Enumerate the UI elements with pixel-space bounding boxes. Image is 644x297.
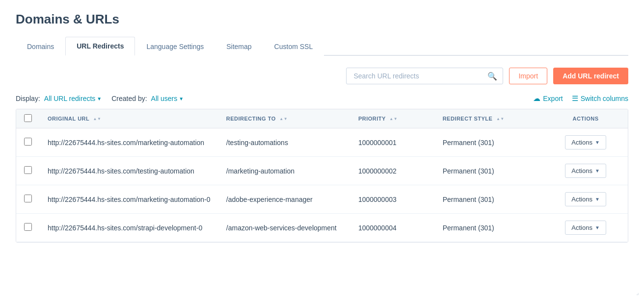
original-url-cell: http://22675444.hs-sites.com/testing-aut… [40, 157, 218, 185]
actions-button-0[interactable]: Actions ▼ [565, 135, 606, 149]
original-url-cell: http://22675444.hs-sites.com/marketing-a… [40, 185, 218, 214]
actions-chevron-3: ▼ [595, 225, 600, 230]
filter-row: Display: All URL redirects ▼ Created by:… [16, 94, 628, 103]
col-header-redirecting-to[interactable]: Redirecting To ▲▼ [218, 109, 350, 128]
created-by-value: All users [151, 95, 178, 102]
add-url-redirect-button[interactable]: Add URL redirect [553, 68, 628, 84]
row-checkbox-cell [16, 185, 40, 214]
col-header-priority[interactable]: Priority ▲▼ [350, 109, 435, 128]
redirect-style-cell: Permanent (301) [435, 185, 543, 214]
page-title: Domains & URLs [16, 12, 628, 27]
import-button[interactable]: Import [509, 68, 547, 84]
redirecting-to-cell: /marketing-automation [218, 157, 350, 185]
export-label: Export [543, 95, 563, 102]
display-filter-dropdown[interactable]: All URL redirects ▼ [44, 95, 102, 102]
sort-priority[interactable]: ▲▼ [389, 117, 398, 121]
redirecting-to-cell: /amazon-web-services-development [218, 214, 350, 242]
search-input[interactable] [346, 68, 503, 84]
search-wrapper: 🔍 [346, 68, 503, 84]
display-filter-value: All URL redirects [44, 95, 96, 102]
actions-chevron-1: ▼ [595, 168, 600, 173]
actions-button-2[interactable]: Actions ▼ [565, 192, 606, 206]
export-icon: ☁ [533, 94, 540, 103]
priority-cell: 1000000001 [350, 128, 435, 157]
col-priority-label: Priority [358, 116, 386, 122]
table-row: http://22675444.hs-sites.com/testing-aut… [16, 157, 628, 185]
created-label: Created by: [111, 95, 147, 102]
top-actions-row: 🔍 Import Add URL redirect [16, 68, 628, 84]
col-actions-label: Actions [573, 116, 599, 122]
display-label: Display: [16, 95, 40, 102]
sort-original-url[interactable]: ▲▼ [93, 117, 102, 121]
col-header-actions: Actions [543, 109, 628, 128]
switch-columns-button[interactable]: ☰ Switch columns [572, 94, 628, 103]
col-redirect-style-label: Redirect Style [443, 116, 493, 122]
sort-redirect-style[interactable]: ▲▼ [496, 117, 505, 121]
columns-icon: ☰ [572, 94, 578, 103]
export-button[interactable]: ☁ Export [533, 94, 563, 103]
priority-cell: 1000000004 [350, 214, 435, 242]
tab-domains[interactable]: Domains [16, 37, 65, 56]
table-header-row: Original URL ▲▼ Redirecting To ▲▼ Priori… [16, 109, 628, 128]
actions-cell: Actions ▼ [543, 185, 628, 214]
table-row: http://22675444.hs-sites.com/marketing-a… [16, 128, 628, 157]
row-checkbox-2[interactable] [24, 195, 32, 202]
col-header-original-url[interactable]: Original URL ▲▼ [40, 109, 218, 128]
col-header-redirect-style[interactable]: Redirect Style ▲▼ [435, 109, 543, 128]
sort-redirecting-to[interactable]: ▲▼ [279, 117, 288, 121]
original-url-cell: http://22675444.hs-sites.com/marketing-a… [40, 128, 218, 157]
actions-button-3[interactable]: Actions ▼ [565, 221, 606, 235]
actions-cell: Actions ▼ [543, 128, 628, 157]
redirect-style-cell: Permanent (301) [435, 157, 543, 185]
created-by-dropdown[interactable]: All users ▼ [151, 95, 184, 102]
priority-cell: 1000000003 [350, 185, 435, 214]
table-row: http://22675444.hs-sites.com/strapi-deve… [16, 214, 628, 242]
tabs-bar: Domains URL Redirects Language Settings … [16, 37, 628, 56]
tab-sitemap[interactable]: Sitemap [215, 37, 263, 56]
url-redirects-table: Original URL ▲▼ Redirecting To ▲▼ Priori… [16, 109, 628, 243]
row-checkbox-1[interactable] [24, 166, 32, 174]
redirect-style-cell: Permanent (301) [435, 128, 543, 157]
redirecting-to-cell: /testing-automations [218, 128, 350, 157]
col-original-url-label: Original URL [48, 116, 89, 122]
row-checkbox-cell [16, 214, 40, 242]
tab-url-redirects[interactable]: URL Redirects [65, 37, 135, 56]
row-checkbox-cell [16, 128, 40, 157]
filter-right: ☁ Export ☰ Switch columns [533, 94, 628, 103]
filter-left: Display: All URL redirects ▼ Created by:… [16, 95, 184, 102]
select-all-header [16, 109, 40, 128]
row-checkbox-3[interactable] [24, 223, 32, 231]
actions-cell: Actions ▼ [543, 157, 628, 185]
select-all-checkbox[interactable] [24, 114, 32, 122]
switch-columns-label: Switch columns [581, 95, 628, 102]
priority-cell: 1000000002 [350, 157, 435, 185]
created-by-chevron: ▼ [179, 96, 184, 101]
row-checkbox-0[interactable] [24, 138, 32, 146]
redirecting-to-cell: /adobe-experience-manager [218, 185, 350, 214]
actions-cell: Actions ▼ [543, 214, 628, 242]
table-row: http://22675444.hs-sites.com/marketing-a… [16, 185, 628, 214]
display-filter-chevron: ▼ [97, 96, 102, 101]
redirect-style-cell: Permanent (301) [435, 214, 543, 242]
original-url-cell: http://22675444.hs-sites.com/strapi-deve… [40, 214, 218, 242]
tab-custom-ssl[interactable]: Custom SSL [263, 37, 324, 56]
row-checkbox-cell [16, 157, 40, 185]
col-redirecting-to-label: Redirecting To [226, 116, 276, 122]
tab-language-settings[interactable]: Language Settings [135, 37, 215, 56]
actions-button-1[interactable]: Actions ▼ [565, 164, 606, 178]
actions-chevron-2: ▼ [595, 197, 600, 202]
actions-chevron-0: ▼ [595, 140, 600, 145]
